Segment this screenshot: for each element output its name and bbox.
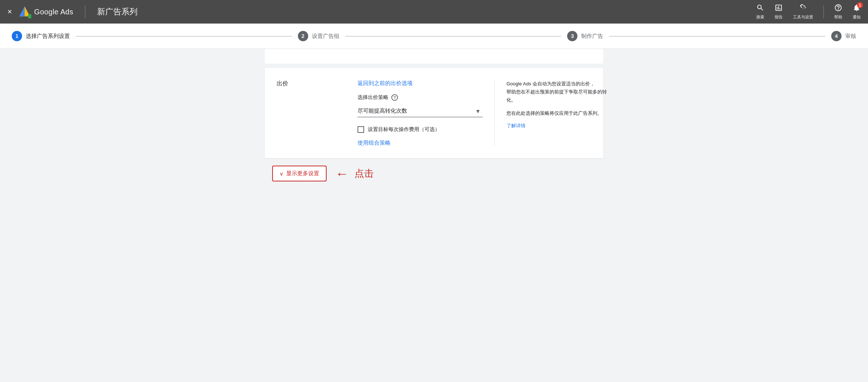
bid-info-panel: Google Ads 会自动为您设置适当的出价， 帮助您在不超出预算的前提下争取… — [494, 80, 612, 146]
checkbox-row: 设置目标每次操作费用（可选） — [357, 126, 483, 133]
content-wrapper: 出价 返回到之前的出价选项 选择出价策略 ? 尽可能提高转化次数 ▾ 设置目标每… — [257, 49, 611, 181]
info-text-line2: 帮助您在不超出预算的前提下争取尽可能多的转化。 — [506, 89, 607, 103]
step-3: 3 制作广告 — [567, 31, 603, 41]
step-2: 2 设置广告组 — [298, 31, 339, 41]
search-nav-label: 搜索 — [756, 14, 764, 20]
bid-label: 出价 — [277, 80, 288, 86]
bid-dropdown-wrapper: 尽可能提高转化次数 ▾ — [357, 105, 483, 117]
notifications-nav-item[interactable]: 1 通知 — [853, 4, 861, 20]
bottom-area: ∨ 显示更多设置 ← 点击 — [265, 166, 603, 181]
reports-icon — [775, 4, 783, 13]
target-cpa-checkbox[interactable] — [357, 126, 364, 133]
header-right: 搜索 报告 工具与设置 帮助 1 通知 — [756, 4, 861, 20]
header-nav-divider — [823, 5, 824, 18]
step-4-label: 审核 — [845, 33, 856, 40]
search-icon — [756, 4, 764, 13]
tools-nav-label: 工具与设置 — [793, 14, 813, 20]
google-ads-logo-icon — [18, 5, 31, 18]
page-title: 新广告系列 — [97, 6, 138, 17]
show-more-label: 显示更多设置 — [286, 170, 319, 177]
reports-nav-item[interactable]: 报告 — [775, 4, 783, 20]
stepper: 1 选择广告系列设置 2 设置广告组 3 制作广告 4 审核 — [0, 24, 868, 49]
learn-more-link[interactable]: 了解详情 — [506, 123, 612, 129]
info-text-line3: 您在此处选择的策略将仅应用于此广告系列。 — [506, 109, 612, 117]
step-4-circle: 4 — [831, 31, 842, 41]
step-2-circle: 2 — [298, 31, 308, 41]
step-2-label: 设置广告组 — [312, 33, 339, 40]
brand-name: Google Ads — [34, 8, 73, 16]
step-connector-2 — [345, 36, 562, 36]
help-icon — [834, 4, 842, 13]
bid-main: 返回到之前的出价选项 选择出价策略 ? 尽可能提高转化次数 ▾ 设置目标每次操作… — [343, 80, 483, 146]
search-nav-item[interactable]: 搜索 — [756, 4, 764, 20]
google-ads-logo: Google Ads — [18, 5, 73, 18]
bid-strategy-row: 选择出价策略 ? — [357, 94, 483, 101]
notifications-nav-label: 通知 — [853, 14, 861, 20]
step-3-label: 制作广告 — [581, 33, 603, 40]
checkbox-label: 设置目标每次操作费用（可选） — [368, 126, 440, 133]
step-connector-3 — [609, 36, 825, 36]
bid-strategy-label: 选择出价策略 — [357, 94, 388, 101]
tools-nav-item[interactable]: 工具与设置 — [793, 4, 813, 20]
info-text-line1: Google Ads 会自动为您设置适当的出价， — [506, 81, 595, 86]
back-to-bid-link[interactable]: 返回到之前的出价选项 — [357, 80, 413, 86]
header-left: × Google Ads 新广告系列 — [7, 5, 138, 18]
combination-strategy-link[interactable]: 使用组合策略 — [357, 139, 483, 146]
chevron-down-icon: ∨ — [280, 171, 283, 177]
header: × Google Ads 新广告系列 搜索 报告 — [0, 0, 868, 24]
step-connector-1 — [76, 36, 292, 36]
info-text: Google Ads 会自动为您设置适当的出价， 帮助您在不超出预算的前提下争取… — [506, 80, 612, 104]
close-button[interactable]: × — [7, 8, 12, 16]
bid-card: 出价 返回到之前的出价选项 选择出价策略 ? 尽可能提高转化次数 ▾ 设置目标每… — [265, 68, 603, 158]
click-label: 点击 — [355, 167, 374, 180]
top-strip — [265, 49, 603, 64]
tools-icon — [799, 4, 807, 13]
help-nav-item[interactable]: 帮助 — [834, 4, 842, 20]
reports-nav-label: 报告 — [775, 14, 783, 20]
step-1-label: 选择广告系列设置 — [26, 33, 70, 40]
help-nav-label: 帮助 — [834, 14, 842, 20]
arrow-annotation: ← 点击 — [335, 167, 374, 180]
step-1: 1 选择广告系列设置 — [12, 31, 70, 41]
step-3-circle: 3 — [567, 31, 577, 41]
notification-badge: 1 — [857, 2, 863, 8]
main-content: 出价 返回到之前的出价选项 选择出价策略 ? 尽可能提高转化次数 ▾ 设置目标每… — [0, 49, 868, 196]
strategy-help-icon[interactable]: ? — [391, 94, 398, 101]
step-1-circle: 1 — [12, 31, 22, 41]
svg-marker-1 — [19, 7, 24, 17]
arrow-icon: ← — [335, 167, 349, 180]
header-divider — [85, 5, 85, 18]
bid-strategy-select[interactable]: 尽可能提高转化次数 — [357, 105, 483, 117]
show-more-settings-button[interactable]: ∨ 显示更多设置 — [272, 166, 327, 181]
step-4: 4 审核 — [831, 31, 856, 41]
bid-section-label-area: 出价 — [277, 80, 343, 146]
